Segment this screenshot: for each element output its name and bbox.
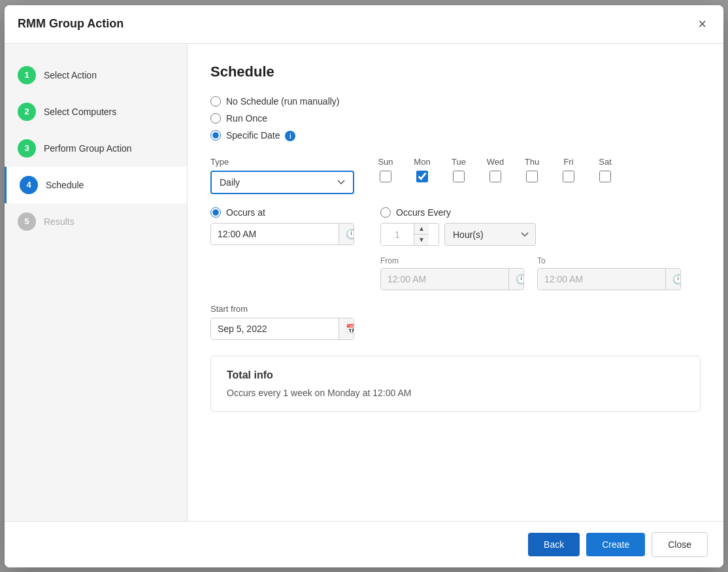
day-checkbox-mon[interactable] [416, 171, 428, 182]
step-badge-2: 2 [18, 103, 36, 121]
from-to-section: From 🕛 To 🕛 [380, 256, 681, 290]
specific-date-radio[interactable] [210, 130, 221, 141]
start-from-date-input: 📅 [210, 318, 354, 340]
day-checkbox-wed[interactable] [489, 171, 501, 182]
sidebar-item-perform-group-action[interactable]: 3 Perform Group Action [5, 130, 187, 167]
close-icon-btn[interactable]: × [694, 16, 710, 33]
occurs-every-label: Occurs Every [396, 207, 451, 218]
run-once-radio[interactable] [210, 113, 221, 124]
days-labels-row: Sun Mon Tue Wed [374, 157, 617, 182]
close-button[interactable]: Close [652, 532, 708, 557]
from-time-field[interactable] [381, 269, 508, 290]
occurs-at-time-field[interactable] [211, 224, 339, 244]
from-label: From [380, 256, 524, 265]
occurs-every-unit-dropdown[interactable]: Hour(s) Minute(s) [444, 223, 536, 246]
no-schedule-radio[interactable] [210, 96, 221, 107]
type-section: Type Daily Weekly Monthly [210, 157, 354, 194]
day-label-wed: Wed [487, 157, 505, 167]
sidebar-item-select-computers[interactable]: 2 Select Computers [5, 93, 187, 130]
to-label: To [537, 256, 681, 265]
occurs-every-block: Occurs Every ▲ ▼ Hour(s) Minute(s) [380, 207, 681, 290]
day-col-sat: Sat [593, 157, 617, 182]
stepper-down-btn[interactable]: ▼ [414, 235, 429, 245]
occurs-at-clock-icon[interactable]: 🕛 [339, 224, 354, 244]
run-once-label: Run Once [226, 113, 267, 124]
occurs-at-block: Occurs at 🕛 [210, 207, 354, 245]
sidebar: 1 Select Action 2 Select Computers 3 Per… [5, 44, 188, 521]
from-time-input: 🕛 [380, 268, 524, 290]
to-clock-icon[interactable]: 🕛 [665, 269, 681, 290]
day-col-thu: Thu [520, 157, 544, 182]
sidebar-item-select-action[interactable]: 1 Select Action [5, 57, 187, 93]
stepper-buttons: ▲ ▼ [414, 224, 429, 245]
sidebar-item-schedule[interactable]: 4 Schedule [5, 167, 187, 203]
page-title: Schedule [210, 63, 701, 80]
radio-row-specific-date: Specific Date i [210, 130, 701, 142]
sidebar-item-label-4: Schedule [46, 180, 84, 190]
occurs-every-radio[interactable] [380, 207, 391, 218]
day-label-tue: Tue [452, 157, 466, 167]
create-button[interactable]: Create [586, 533, 645, 556]
sidebar-item-label-1: Select Action [44, 70, 97, 80]
start-from-label: Start from [210, 304, 248, 314]
step-badge-5: 5 [18, 212, 36, 231]
radio-row-no-schedule: No Schedule (run manually) [210, 96, 701, 107]
start-from-date-field[interactable] [211, 318, 339, 339]
day-col-fri: Fri [557, 157, 580, 182]
step-badge-3: 3 [18, 139, 36, 158]
modal-header: RMM Group Action × [5, 5, 723, 44]
modal-title: RMM Group Action [18, 17, 124, 31]
total-info-text: Occurs every 1 week on Monday at 12:00 A… [227, 388, 684, 398]
stepper-up-btn[interactable]: ▲ [414, 224, 429, 235]
occurs-at-radio-row: Occurs at [210, 207, 354, 218]
occurs-at-time-input: 🕛 [210, 223, 354, 245]
occurs-section: Occurs at 🕛 Occurs Every [210, 207, 701, 290]
no-schedule-label: No Schedule (run manually) [226, 96, 340, 107]
to-time-input: 🕛 [537, 268, 681, 290]
schedule-grid: Type Daily Weekly Monthly Sun [210, 157, 701, 194]
specific-date-label: Specific Date i [226, 130, 295, 142]
to-block: To 🕛 [537, 256, 681, 290]
sidebar-item-label-3: Perform Group Action [44, 143, 132, 154]
step-badge-1: 1 [18, 66, 36, 84]
day-col-tue: Tue [447, 157, 471, 182]
rmm-group-action-modal: RMM Group Action × 1 Select Action 2 Sel… [5, 5, 723, 567]
sidebar-item-label-5: Results [44, 216, 74, 227]
type-label: Type [210, 157, 354, 167]
radio-row-run-once: Run Once [210, 113, 701, 124]
days-section: Sun Mon Tue Wed [374, 157, 617, 182]
back-button[interactable]: Back [528, 533, 580, 556]
step-badge-4: 4 [20, 176, 38, 194]
day-label-sat: Sat [599, 157, 612, 167]
total-info-title: Total info [227, 369, 684, 381]
day-checkbox-fri[interactable] [563, 171, 574, 182]
day-label-mon: Mon [414, 157, 430, 167]
info-icon[interactable]: i [285, 131, 295, 141]
occurs-every-number-field[interactable] [381, 224, 414, 245]
sidebar-item-results[interactable]: 5 Results [5, 203, 187, 240]
sidebar-item-label-2: Select Computers [44, 107, 116, 117]
day-checkbox-thu[interactable] [526, 171, 538, 182]
schedule-radio-group: No Schedule (run manually) Run Once Spec… [210, 96, 701, 142]
type-dropdown[interactable]: Daily Weekly Monthly [210, 171, 354, 194]
to-time-field[interactable] [538, 269, 665, 290]
day-col-mon: Mon [410, 157, 434, 182]
modal-footer: Back Create Close [5, 521, 723, 567]
total-info-box: Total info Occurs every 1 week on Monday… [210, 356, 701, 412]
calendar-icon-btn[interactable]: 📅 [339, 318, 354, 339]
day-label-fri: Fri [563, 157, 573, 167]
main-content: Schedule No Schedule (run manually) Run … [188, 44, 723, 521]
occurs-every-radio-row: Occurs Every [380, 207, 681, 218]
day-checkbox-sat[interactable] [599, 171, 611, 182]
start-from-section: Start from 📅 [210, 303, 701, 340]
from-clock-icon[interactable]: 🕛 [508, 269, 524, 290]
day-label-thu: Thu [525, 157, 539, 167]
day-col-sun: Sun [374, 157, 397, 182]
occurs-at-label: Occurs at [226, 207, 265, 218]
day-label-sun: Sun [378, 157, 393, 167]
day-checkbox-tue[interactable] [453, 171, 465, 182]
occurs-at-radio[interactable] [210, 207, 221, 218]
day-col-wed: Wed [484, 157, 507, 182]
from-block: From 🕛 [380, 256, 524, 290]
day-checkbox-sun[interactable] [380, 171, 391, 182]
